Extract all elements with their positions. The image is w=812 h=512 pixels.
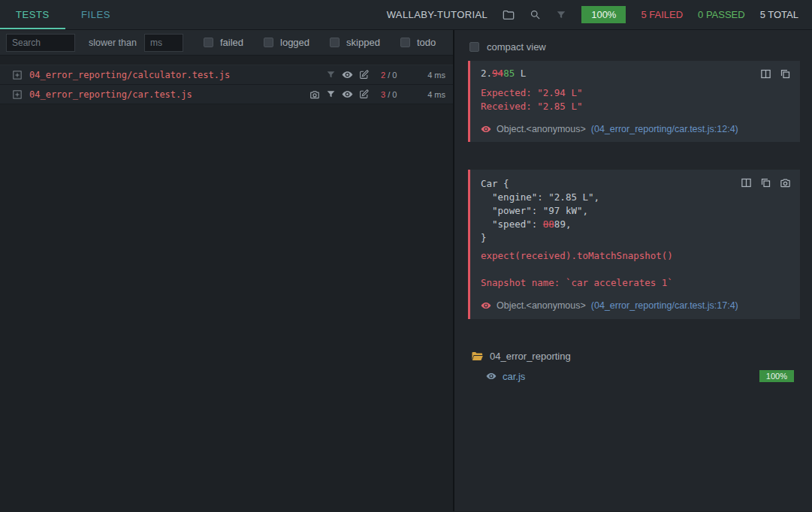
code-line-diff: "speed": 8889, xyxy=(481,218,789,231)
expect-line: expect(received).toMatchSnapshot() xyxy=(481,249,789,263)
logged-checkbox-label: logged xyxy=(280,37,309,48)
passed-count: 0 PASSED xyxy=(698,9,745,20)
split-view-icon[interactable] xyxy=(741,177,752,188)
compact-view-checkbox[interactable] xyxy=(469,42,479,52)
folder-open-icon xyxy=(471,351,484,362)
search-icon[interactable] xyxy=(530,9,541,20)
eye-icon[interactable] xyxy=(342,89,353,100)
coverage-tree: 04_error_reporting car.js 100% xyxy=(468,347,800,387)
filter-todo[interactable]: todo xyxy=(400,37,436,48)
diff-added: 85 xyxy=(503,68,515,79)
stack-file-link[interactable]: (04_error_reporting/car.test.js:17:4) xyxy=(591,299,738,312)
todo-checkbox-label: todo xyxy=(417,37,436,48)
expected-line: Expected: "2.94 L" xyxy=(481,86,789,100)
top-bar: TESTS FILES WALLABY-TUTORIAL 100% 5 FAIL… xyxy=(0,0,812,30)
coverage-folder-label: 04_error_reporting xyxy=(490,351,571,362)
diff-pre: 2. xyxy=(481,68,492,79)
logged-checkbox[interactable] xyxy=(264,38,273,47)
tests-panel: slower than failed logged skipped todo xyxy=(0,30,454,511)
tab-tests[interactable]: TESTS xyxy=(0,0,65,29)
slower-than-label: slower than xyxy=(89,38,137,48)
search-input[interactable] xyxy=(6,34,75,52)
stack-row: Object.<anonymous> (04_error_reporting/c… xyxy=(481,122,789,136)
test-time: 4 ms xyxy=(415,90,445,99)
copy-icon[interactable] xyxy=(780,68,791,80)
received-line: Received: "2.85 L" xyxy=(481,100,789,113)
folder-icon[interactable] xyxy=(503,10,515,20)
main-split: slower than failed logged skipped todo xyxy=(0,30,812,511)
stack-file-link[interactable]: (04_error_reporting/car.test.js:12:4) xyxy=(591,122,738,136)
rest-count: / 0 xyxy=(388,71,397,80)
test-row-car[interactable]: 04_error_reporting/car.test.js 3 / xyxy=(0,85,453,104)
skipped-checkbox[interactable] xyxy=(330,38,340,47)
snapshot-name-line: Snapshot name: `car accelerates 1` xyxy=(481,276,789,290)
coverage-badge: 100% xyxy=(581,6,626,23)
stack-row: Object.<anonymous> (04_error_reporting/c… xyxy=(481,299,789,312)
expand-icon[interactable] xyxy=(13,71,22,80)
copy-icon[interactable] xyxy=(760,177,771,188)
edit-icon[interactable] xyxy=(359,89,369,99)
code-line: } xyxy=(481,231,789,245)
filter-icon[interactable] xyxy=(326,70,336,80)
card-actions xyxy=(741,177,791,188)
camera-icon[interactable] xyxy=(309,89,320,100)
failed-count: 2 xyxy=(381,71,385,80)
error-card-snapshot-mismatch: Car { "engine": "2.85 L", "power": "97 k… xyxy=(468,170,800,319)
ms-input[interactable] xyxy=(144,34,183,52)
total-count: 5 TOTAL xyxy=(760,9,798,20)
split-view-icon[interactable] xyxy=(760,68,771,80)
coverage-file-badge: 100% xyxy=(759,370,794,382)
card-actions xyxy=(760,68,791,80)
failed-count: 3 xyxy=(381,90,385,99)
topbar-right: WALLABY-TUTORIAL 100% 5 FAILED 0 PASSED … xyxy=(387,0,812,29)
test-file-name[interactable]: 04_error_reporting/car.test.js xyxy=(29,89,192,100)
eye-icon[interactable] xyxy=(481,300,491,311)
filter-failed[interactable]: failed xyxy=(204,37,243,48)
tab-files-label: FILES xyxy=(81,9,110,20)
test-counts: 2 / 0 xyxy=(381,71,415,80)
filter-logged[interactable]: logged xyxy=(264,37,309,48)
diff-removed: 94 xyxy=(492,68,503,79)
test-time: 4 ms xyxy=(415,71,445,80)
test-row-calculator[interactable]: 04_error_reporting/calculator.test.js 2 … xyxy=(0,65,453,85)
test-counts: 3 / 0 xyxy=(381,90,415,99)
diff-pre: "speed": xyxy=(481,218,543,230)
row-actions xyxy=(309,89,369,100)
stack-frame: Object.<anonymous> xyxy=(497,299,586,312)
filter-icon[interactable] xyxy=(556,10,566,20)
stack-frame: Object.<anonymous> xyxy=(497,122,586,136)
diff-line: 2.9485 L xyxy=(481,67,789,80)
todo-checkbox[interactable] xyxy=(400,38,410,47)
edit-icon[interactable] xyxy=(359,70,369,80)
failed-checkbox[interactable] xyxy=(204,38,213,47)
failed-checkbox-label: failed xyxy=(220,37,243,48)
eye-icon[interactable] xyxy=(486,371,497,381)
eye-icon[interactable] xyxy=(481,124,491,134)
tab-files[interactable]: FILES xyxy=(65,0,126,29)
code-line: "power": "97 kW", xyxy=(481,204,789,218)
coverage-folder-row[interactable]: 04_error_reporting xyxy=(468,347,800,366)
test-list: 04_error_reporting/calculator.test.js 2 … xyxy=(0,65,453,104)
filter-icon[interactable] xyxy=(326,89,336,99)
error-card-snapshot-value: 2.9485 L Expected: "2.94 L" Received: "2… xyxy=(468,61,800,142)
test-file-name[interactable]: 04_error_reporting/calculator.test.js xyxy=(29,70,230,80)
diff-added: 89 xyxy=(554,218,566,230)
tests-toolbar: slower than failed logged skipped todo xyxy=(0,30,453,56)
filter-skipped[interactable]: skipped xyxy=(330,37,380,48)
project-name: WALLABY-TUTORIAL xyxy=(387,9,488,20)
coverage-file-label[interactable]: car.js xyxy=(503,371,525,382)
details-panel: compact view 2.9485 L Expected: "2.94 L"… xyxy=(454,30,812,511)
diff-post: L xyxy=(515,68,526,79)
diff-removed: 88 xyxy=(543,218,554,230)
compact-view-row: compact view xyxy=(468,30,800,61)
row-actions xyxy=(326,69,369,80)
code-line: "engine": "2.85 L", xyxy=(481,191,789,204)
eye-icon[interactable] xyxy=(342,69,353,80)
diff-post: , xyxy=(566,218,572,230)
coverage-file-row[interactable]: car.js 100% xyxy=(468,366,800,387)
camera-icon[interactable] xyxy=(780,177,791,188)
rest-count: / 0 xyxy=(388,90,397,99)
compact-view-label: compact view xyxy=(487,41,546,53)
expand-icon[interactable] xyxy=(13,90,22,99)
tab-tests-label: TESTS xyxy=(16,9,50,20)
